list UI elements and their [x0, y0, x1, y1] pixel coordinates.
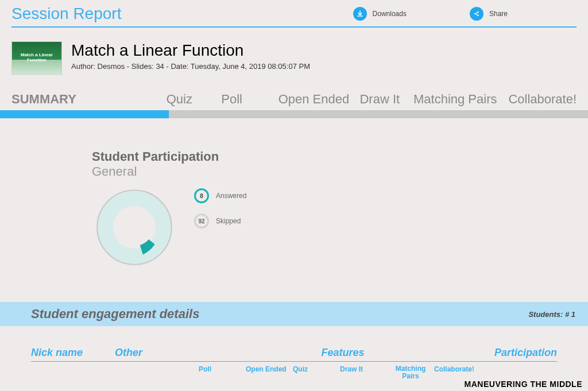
- activity-title: Match a Linear Function: [71, 41, 310, 60]
- answered-count-badge: 8: [194, 188, 209, 203]
- downloads-button[interactable]: Downloads: [353, 7, 407, 21]
- activity-meta: Author: Desmos - Slides: 34 - Date: Tues…: [71, 62, 310, 71]
- engagement-title: Student engagement details: [31, 307, 199, 322]
- skipped-label: Skipped: [216, 217, 241, 225]
- tab-indicator: [0, 110, 588, 118]
- feature-col-poll[interactable]: Poll: [199, 365, 246, 380]
- tab-matching-pairs[interactable]: Matching Pairs: [413, 92, 508, 110]
- tab-quiz[interactable]: Quiz: [167, 92, 222, 110]
- legend-answered: 8 Answered: [194, 188, 246, 203]
- activity-thumbnail: Match a Linear Function: [11, 41, 62, 75]
- share-label: Share: [489, 10, 508, 18]
- participation-subtitle: General: [92, 164, 577, 179]
- svg-point-0: [474, 13, 476, 15]
- download-icon: [353, 7, 367, 21]
- share-icon: [470, 7, 483, 21]
- tab-poll[interactable]: Poll: [221, 92, 278, 110]
- participation-donut-chart: [92, 185, 177, 270]
- watermark: MANEUVERING THE MIDDLE: [465, 380, 582, 389]
- share-button[interactable]: Share: [470, 7, 508, 21]
- skipped-count-badge: 92: [194, 214, 209, 229]
- svg-point-5: [115, 208, 153, 246]
- feature-col-open-ended[interactable]: Open Ended: [246, 365, 293, 380]
- tab-draw-it[interactable]: Draw It: [359, 92, 413, 110]
- feature-col-matching-pairs[interactable]: Matching Pairs: [387, 365, 434, 380]
- col-features: Features: [220, 347, 465, 359]
- participation-title: Student Participation: [92, 149, 577, 164]
- page-title: Session Report: [11, 5, 121, 23]
- downloads-label: Downloads: [373, 10, 407, 18]
- feature-col-draw-it[interactable]: Draw It: [340, 365, 387, 380]
- feature-col-collaborate[interactable]: Collaborate!: [434, 365, 481, 380]
- tab-open-ended[interactable]: Open Ended: [278, 92, 360, 110]
- tab-collaborate[interactable]: Collaborate!: [508, 92, 577, 110]
- tab-summary[interactable]: SUMMARY: [11, 92, 167, 110]
- col-participation[interactable]: Participation: [465, 347, 557, 359]
- legend-skipped: 92 Skipped: [194, 214, 246, 229]
- title-divider: [11, 26, 577, 28]
- students-count: Students: # 1: [528, 310, 575, 319]
- answered-label: Answered: [216, 192, 246, 200]
- feature-col-quiz[interactable]: Quiz: [293, 365, 340, 380]
- col-other[interactable]: Other: [115, 347, 220, 359]
- col-nick-name[interactable]: Nick name: [31, 347, 115, 359]
